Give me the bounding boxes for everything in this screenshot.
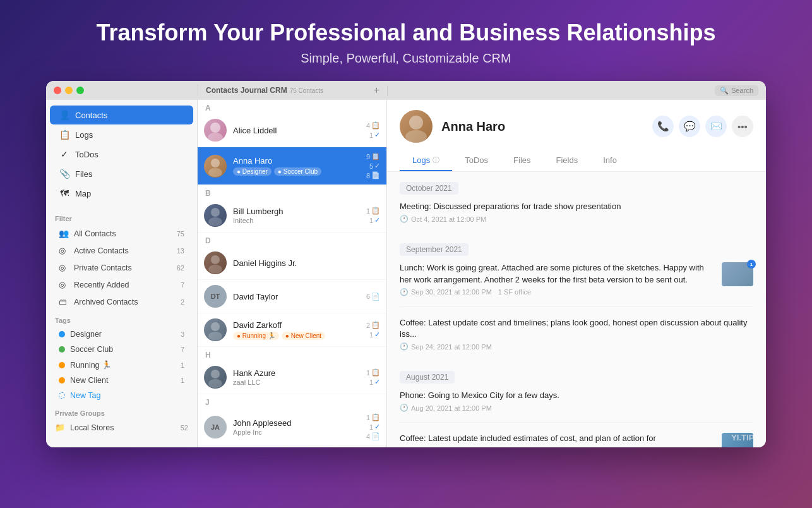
log-entry-coffee-sep: Coffee: Latest update cost and timelines… <box>400 317 753 361</box>
tag-running-label: Running 🏃 <box>70 360 112 370</box>
contact-row-david-taylor[interactable]: DT David Taylor 6📄 <box>198 280 386 313</box>
call-button[interactable]: 📞 <box>652 116 674 137</box>
new-client-dot <box>59 377 65 384</box>
detail-actions: 📞 💬 ✉️ ••• <box>652 116 753 137</box>
new-tag-dot <box>59 392 65 399</box>
svg-point-12 <box>409 116 423 130</box>
tab-info[interactable]: Info <box>590 150 630 171</box>
sidebar-item-map[interactable]: 🗺 Map <box>50 184 193 203</box>
contact-row-daniel[interactable]: Daniel Higgins Jr. <box>198 246 386 280</box>
email-button[interactable]: ✉️ <box>705 116 727 137</box>
log-title-1: Meeting: Discussed preparations for trad… <box>400 201 753 212</box>
meta-anna-3: 8📄 <box>366 171 380 179</box>
sidebar-item-logs[interactable]: 📋 Logs <box>50 125 193 144</box>
search-placeholder: Search <box>731 87 753 94</box>
title-bar-left <box>46 87 198 94</box>
tag-new-client-count: 1 <box>181 377 184 384</box>
sidebar-item-todos[interactable]: ✓ ToDos <box>50 145 193 164</box>
clock-icon-2: 🕐 <box>400 288 409 296</box>
tag-designer[interactable]: Designer 3 <box>50 327 193 341</box>
logs-icon: 📋 <box>59 130 70 140</box>
svg-point-0 <box>210 123 220 133</box>
contact-name-alice: Alice Liddell <box>233 126 366 135</box>
title-bar-middle: Contacts Journal CRM 75 Contacts + <box>198 85 387 96</box>
filter-private-contacts[interactable]: ◎ Private Contacts 62 <box>50 260 193 275</box>
avatar-dz-img <box>204 318 227 341</box>
contact-name-john: John Appleseed <box>233 418 366 428</box>
contact-info-david-taylor: David Taylor <box>233 292 366 301</box>
sidebar-nav: 👤 Contacts 📋 Logs ✓ ToDos 📎 Files <box>46 100 197 209</box>
contact-row-john[interactable]: JA John Appleseed Apple Inc 1📋 1✓ 4📄 <box>198 408 386 446</box>
maximize-button[interactable] <box>76 87 84 94</box>
tab-logs[interactable]: Logs ⓘ <box>400 150 452 171</box>
detail-header: Anna Haro 📞 💬 ✉️ ••• Logs ⓘ <box>387 100 766 172</box>
tag-soccer-club[interactable]: Soccer Club 7 <box>50 342 193 356</box>
hero-subtitle: Simple, Powerful, Customizable CRM <box>301 51 511 66</box>
log-img-container-sep: 1 <box>722 262 753 286</box>
filter-section-label: Filter <box>46 209 197 225</box>
contact-count-bar: 75 Contacts <box>290 87 323 94</box>
group-local-stores[interactable]: 📁 Local Stores 52 <box>46 420 197 435</box>
sidebar-item-contacts[interactable]: 👤 Contacts <box>50 106 193 124</box>
contact-row-bill[interactable]: Bill Lumbergh Initech 1📋 1✓ <box>198 199 386 233</box>
contact-meta-john: 1📋 1✓ 4📄 <box>366 413 380 440</box>
log-date-4: Aug 20, 2021 at 12:00 PM <box>411 404 492 412</box>
more-button[interactable]: ••• <box>732 116 753 137</box>
message-button[interactable]: 💬 <box>679 116 700 137</box>
filter-all-count: 75 <box>177 230 184 238</box>
contact-name-bill: Bill Lumbergh <box>233 207 366 216</box>
svg-point-4 <box>211 208 220 217</box>
log-entry-lunch-sep: Lunch: Work is going great. Attached are… <box>400 262 753 306</box>
sidebar-item-files[interactable]: 📎 Files <box>50 164 193 183</box>
filter-all-contacts[interactable]: 👥 All Contacts 75 <box>50 226 193 241</box>
month-section-oct: October 2021 Meeting: Discussed preparat… <box>400 182 753 233</box>
contacts-scroll[interactable]: A Alice Liddell 4📋 <box>198 100 386 447</box>
avatar-bill <box>204 204 227 227</box>
tag-new-tag[interactable]: New Tag <box>50 389 193 402</box>
tag-running[interactable]: Running 🏃 1 <box>50 358 193 372</box>
contact-row-hank[interactable]: Hank Azure zaal LLC 1📋 1✓ <box>198 361 386 394</box>
tab-files-label: Files <box>513 155 530 165</box>
contact-meta-anna: 9📋 5✓ 8📄 <box>366 152 380 179</box>
contact-row-david-zarkoff[interactable]: David Zarkoff ● Running 🏃 ● New Client 2… <box>198 313 386 347</box>
meta-dt-1: 6📄 <box>366 293 380 301</box>
log-entry-phone-aug: Phone: Going to Mexico City for a few da… <box>400 390 753 423</box>
contact-info-anna: Anna Haro ● Designer ● Soccer Club <box>233 156 366 176</box>
meta-john-1: 1📋 <box>366 413 380 421</box>
active-contacts-icon: ◎ <box>59 246 69 255</box>
svg-point-6 <box>211 255 220 264</box>
tag-new-client[interactable]: New Client 1 <box>50 373 193 387</box>
contact-tags-dz: ● Running 🏃 ● New Client <box>233 332 366 340</box>
detail-content[interactable]: October 2021 Meeting: Discussed preparat… <box>387 172 766 447</box>
avatar-anna <box>204 155 227 178</box>
add-contact-button-bar[interactable]: + <box>374 85 379 96</box>
contact-row-alice[interactable]: Alice Liddell 4📋 1✓ <box>198 114 386 147</box>
tab-files[interactable]: Files <box>501 150 543 171</box>
avatar-daniel <box>204 251 227 274</box>
filter-active-contacts[interactable]: ◎ Active Contacts 13 <box>50 243 193 258</box>
title-bar-right: 🔍 Search <box>387 85 766 96</box>
tab-fields[interactable]: Fields <box>544 150 591 171</box>
contact-row-anna[interactable]: Anna Haro ● Designer ● Soccer Club 9📋 5✓… <box>198 147 386 185</box>
svg-point-1 <box>208 133 223 142</box>
contact-info-john: John Appleseed Apple Inc <box>233 418 366 436</box>
soccer-dot <box>59 346 65 353</box>
archived-icon: 🗃 <box>59 297 69 306</box>
section-j: J <box>198 394 386 408</box>
clock-icon-4: 🕐 <box>400 404 409 412</box>
attachment-count-badge: 1 <box>747 260 756 269</box>
meta-row-alice-2: 1✓ <box>369 131 380 139</box>
avatar-david-zarkoff <box>204 318 227 341</box>
contact-name-david-zarkoff: David Zarkoff <box>233 320 366 330</box>
meta-dz-2: 1✓ <box>369 330 380 339</box>
section-b: B <box>198 185 386 199</box>
svg-point-9 <box>208 332 222 341</box>
close-button[interactable] <box>54 87 61 94</box>
log-title-2: Lunch: Work is going great. Attached are… <box>400 262 715 285</box>
filter-recently-added[interactable]: ◎ Recently Added 7 <box>50 277 193 293</box>
tab-todos[interactable]: ToDos <box>452 150 501 171</box>
search-box[interactable]: 🔍 Search <box>715 85 758 96</box>
filter-archived-contacts[interactable]: 🗃 Archived Contacts 2 <box>50 294 193 310</box>
minimize-button[interactable] <box>65 87 73 94</box>
detail-panel: Anna Haro 📞 💬 ✉️ ••• Logs ⓘ <box>387 100 766 447</box>
